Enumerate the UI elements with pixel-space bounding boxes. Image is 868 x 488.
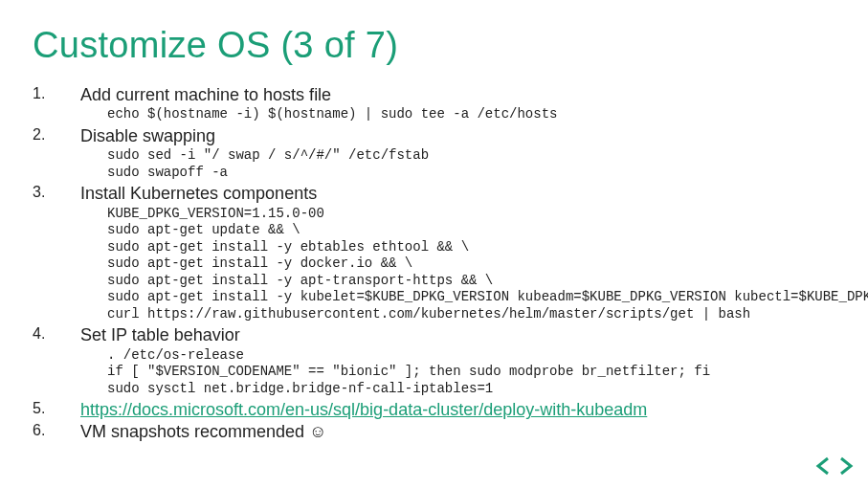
list-number: 4. bbox=[33, 324, 80, 346]
list-number: 5. bbox=[33, 399, 80, 421]
content-list: 1. Add current machine to hosts file ech… bbox=[33, 84, 835, 443]
list-number: 6. bbox=[33, 421, 80, 443]
code-block: echo $(hostname -i) $(hostname) | sudo t… bbox=[80, 106, 868, 123]
list-number: 2. bbox=[33, 125, 80, 147]
code-block: KUBE_DPKG_VERSION=1.15.0-00 sudo apt-get… bbox=[80, 206, 868, 323]
slide: Customize OS (3 of 7) 1. Add current mac… bbox=[0, 0, 868, 488]
page-title: Customize OS (3 of 7) bbox=[33, 27, 835, 65]
code-block: . /etc/os-release if [ "$VERSION_CODENAM… bbox=[80, 347, 868, 398]
item-heading: VM snapshots recommended ☺ bbox=[80, 421, 868, 443]
slide-nav bbox=[814, 455, 855, 477]
list-number: 3. bbox=[33, 183, 80, 205]
item-heading: Disable swapping bbox=[80, 125, 868, 147]
next-icon[interactable] bbox=[835, 455, 855, 477]
prev-icon[interactable] bbox=[814, 455, 834, 477]
list-number: 1. bbox=[33, 84, 80, 106]
code-block: sudo sed -i "/ swap / s/^/#/" /etc/fstab… bbox=[80, 147, 868, 181]
docs-link[interactable]: https://docs.microsoft.com/en-us/sql/big… bbox=[80, 399, 868, 421]
item-heading: Set IP table behavior bbox=[80, 324, 868, 346]
item-heading: Install Kubernetes components bbox=[80, 183, 868, 205]
item-heading: Add current machine to hosts file bbox=[80, 84, 868, 106]
